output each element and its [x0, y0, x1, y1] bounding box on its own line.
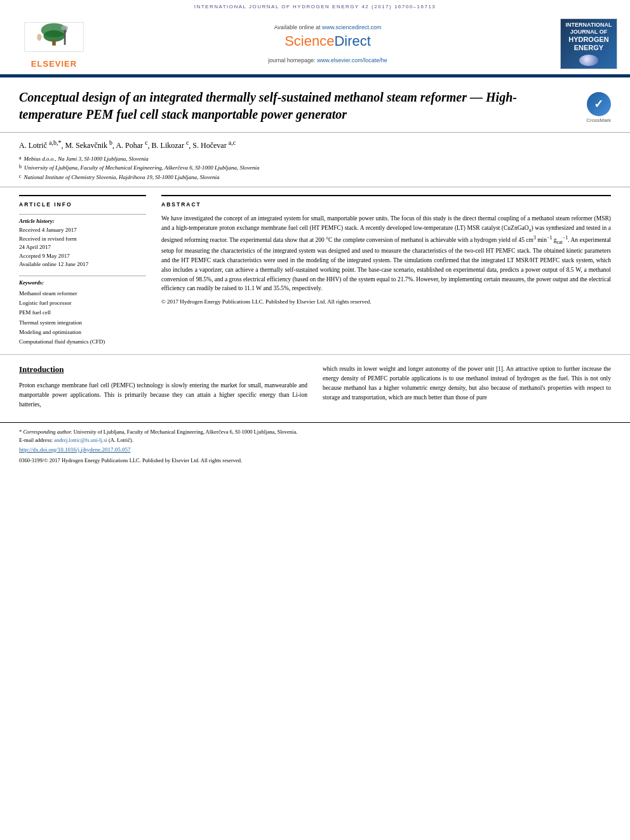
doi-link[interactable]: http://dx.doi.org/10.1016/j.ijhydene.201…	[19, 446, 131, 453]
corresponding-author-note: * Corresponding author. University of Lj…	[19, 428, 611, 437]
author-1: A. Lotrič a,b,*,	[19, 141, 65, 150]
email-note: E-mail address: andrej.lotric@fs.uni-lj.…	[19, 436, 611, 445]
issn-line: 0360-3199/© 2017 Hydrogen Energy Publica…	[19, 457, 611, 465]
svg-rect-3	[52, 39, 56, 45]
intro-right-text: which results in lower weight and longer…	[323, 364, 611, 402]
body-section: Introduction Proton exchange membrane fu…	[0, 355, 630, 409]
history-item-2: 24 April 2017	[19, 243, 146, 252]
article-info-label: Article Info	[19, 201, 146, 208]
keyword-2: Logistic fuel processor	[19, 298, 146, 308]
sciencedirect-logo: ScienceDirect	[108, 33, 547, 50]
abstract-label: Abstract	[161, 201, 611, 208]
elsevier-brand-text: ELSEVIER	[31, 59, 77, 69]
elsevier-logo: ELSEVIER	[13, 20, 95, 69]
journal-reference: INTERNATIONAL JOURNAL OF HYDROGEN ENERGY…	[194, 4, 436, 10]
keyword-5: Modeling and optimization	[19, 328, 146, 337]
article-info-abstract-section: Article Info Article history: Received 4…	[0, 187, 630, 355]
authors-section: A. Lotrič a,b,*, M. Sekavčnik b, A. Poha…	[0, 133, 630, 187]
keywords-group: Keywords: Methanol steam reformer Logist…	[19, 276, 146, 347]
journal-cover-graphic	[579, 55, 598, 66]
history-item-3: Accepted 9 May 2017	[19, 252, 146, 261]
article-info-column: Article Info Article history: Received 4…	[19, 195, 146, 347]
author-5: S. Hočevar a,c	[192, 141, 236, 150]
journal-cover: InternationalJournal ofHYDROGENENERGY	[560, 18, 617, 69]
sciencedirect-url[interactable]: www.sciencedirect.com	[322, 24, 382, 30]
keywords-title: Keywords:	[19, 279, 146, 286]
article-history-group: Article history: Received 4 January 2017…	[19, 214, 146, 269]
author-3: A. Pohar c,	[116, 141, 151, 150]
affiliation-c-text: National Institute of Chemistry Slovenia…	[24, 173, 220, 182]
footnotes-section: * Corresponding author. University of Lj…	[0, 422, 630, 470]
journal-reference-bar: INTERNATIONAL JOURNAL OF HYDROGEN ENERGY…	[0, 0, 630, 12]
affiliation-b-text: University of Ljubljana, Faculty of Mech…	[24, 163, 260, 172]
keyword-1: Methanol steam reformer	[19, 289, 146, 298]
keyword-3: PEM fuel cell	[19, 308, 146, 317]
elsevier-tree-icon	[19, 20, 89, 58]
intro-left-column: Introduction Proton exchange membrane fu…	[19, 364, 307, 409]
svg-point-6	[61, 25, 68, 30]
svg-point-4	[37, 34, 41, 41]
article-title: Conceptual design of an integrated therm…	[19, 89, 527, 123]
email-suffix: (A. Lotrič).	[109, 437, 133, 443]
journal-cover-title: InternationalJournal ofHYDROGENENERGY	[566, 22, 612, 52]
introduction-heading: Introduction	[19, 364, 307, 375]
author-4: B. Likozar c,	[152, 141, 193, 150]
history-item-4: Available online 12 June 2017	[19, 260, 146, 269]
issn-text: 0360-3199/© 2017 Hydrogen Energy Publica…	[19, 457, 242, 463]
authors-line: A. Lotrič a,b,*, M. Sekavčnik b, A. Poha…	[19, 139, 611, 150]
corresponding-author-text: * Corresponding author. University of Lj…	[19, 429, 297, 435]
crossmark-label: CrossMark	[586, 117, 611, 123]
introduction-columns: Introduction Proton exchange membrane fu…	[19, 364, 611, 409]
journal-homepage: journal homepage: www.elsevier.com/locat…	[108, 57, 547, 63]
intro-right-column: which results in lower weight and longer…	[323, 364, 611, 409]
email-label: E-mail address:	[19, 437, 54, 443]
email-link[interactable]: andrej.lotric@fs.uni-lj.si	[54, 437, 107, 443]
author-2: M. Sekavčnik b,	[65, 141, 116, 150]
affiliation-c: c National Institute of Chemistry Sloven…	[19, 173, 611, 182]
header-center: Available online at www.sciencedirect.co…	[95, 24, 560, 63]
crossmark-icon: ✓	[587, 92, 611, 116]
history-item-0: Received 4 January 2017	[19, 226, 146, 235]
intro-left-text: Proton exchange membrane fuel cell (PEMF…	[19, 381, 307, 409]
affiliations: a Mebius d.o.o., Na Jami 3, SI-1000 Ljub…	[19, 154, 611, 182]
svg-rect-5	[64, 28, 66, 44]
history-item-1: Received in revised form	[19, 235, 146, 244]
available-online-label: Available online at www.sciencedirect.co…	[108, 24, 547, 30]
doi-line: http://dx.doi.org/10.1016/j.ijhydene.201…	[19, 445, 611, 455]
header-section: ELSEVIER Available online at www.science…	[0, 12, 630, 76]
keyword-6: Computational fluid dynamics (CFD)	[19, 337, 146, 347]
keyword-4: Thermal system integration	[19, 318, 146, 328]
article-title-section: Conceptual design of an integrated therm…	[0, 77, 630, 133]
article-history-title: Article history:	[19, 218, 146, 224]
copyright-text: © 2017 Hydrogen Energy Publications LLC.…	[161, 298, 611, 305]
crossmark-badge: ✓ CrossMark	[586, 92, 611, 123]
affiliation-a-text: Mebius d.o.o., Na Jami 3, SI-1000 Ljublj…	[24, 154, 149, 163]
abstract-text: We have investigated the concept of an i…	[161, 214, 611, 293]
affiliation-a: a Mebius d.o.o., Na Jami 3, SI-1000 Ljub…	[19, 154, 611, 163]
affiliation-b: b University of Ljubljana, Faculty of Me…	[19, 163, 611, 172]
abstract-column: Abstract We have investigated the concep…	[161, 195, 611, 347]
journal-homepage-url[interactable]: www.elsevier.com/locate/he	[317, 57, 387, 63]
